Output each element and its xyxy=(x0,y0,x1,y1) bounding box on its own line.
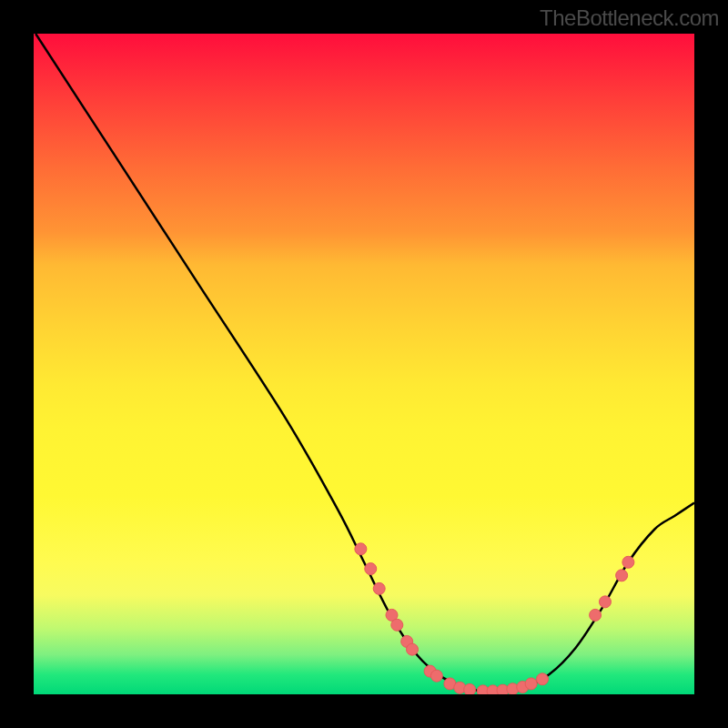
watermark-text: TheBottleneck.com xyxy=(540,5,719,31)
chart-container: TheBottleneck.com xyxy=(0,0,728,728)
plot-gradient-background xyxy=(34,34,694,694)
